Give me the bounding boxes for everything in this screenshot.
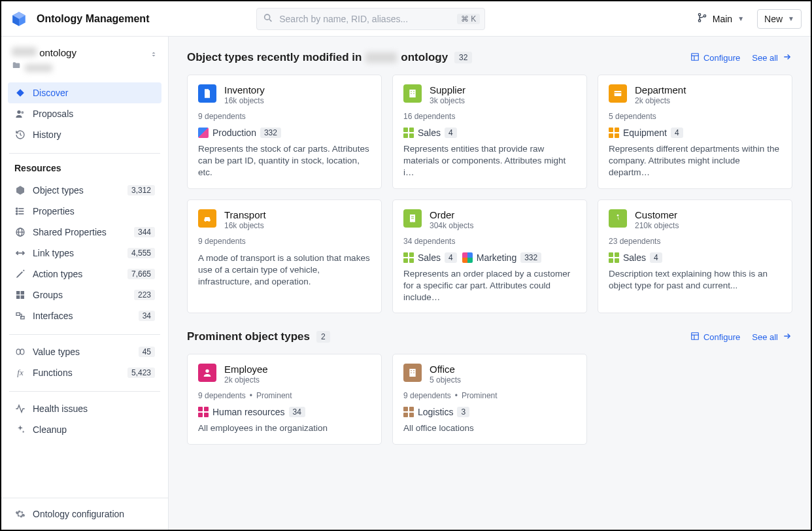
tag-count: 3	[457, 407, 469, 417]
sidebar-item-label: Properties	[33, 206, 155, 216]
tag-row: Sales4Marketing332	[403, 252, 576, 263]
sidebar-item-interfaces[interactable]: Interfaces34	[8, 305, 161, 326]
sidebar-item-count: 34	[139, 311, 155, 321]
tag-count: 4	[650, 252, 662, 263]
card-meta: 23 dependents	[609, 237, 781, 246]
tag[interactable]: Sales4	[609, 252, 662, 263]
kbd-hint: ⌘ K	[457, 14, 480, 24]
svg-rect-47	[411, 370, 411, 371]
chevron-down-icon: ▼	[737, 15, 744, 22]
car-icon	[198, 209, 216, 228]
sidebar-item-label: Functions	[33, 368, 121, 378]
sidebar-item-link-types[interactable]: Link types4,555	[8, 243, 161, 264]
svg-rect-20	[21, 296, 24, 299]
cube-icon	[14, 184, 26, 196]
sidebar-item-label: Health issues	[33, 403, 155, 414]
sidebar-section-resources: Resources	[1, 156, 168, 176]
folder-icon	[12, 61, 21, 72]
card-description: A mode of transport is a solution that m…	[198, 252, 371, 288]
tag[interactable]: Human resources34	[198, 407, 305, 417]
tag[interactable]: Logistics3	[403, 407, 469, 417]
object-card-office[interactable]: Office 5 objects 9 dependents•Prominent …	[392, 354, 587, 444]
object-card-employee[interactable]: Employee 2k objects 9 dependents•Promine…	[187, 354, 382, 444]
tag[interactable]: Sales4	[403, 128, 457, 138]
app-title: Ontology Management	[37, 13, 149, 25]
sidebar-item-label: Cleanup	[33, 424, 155, 435]
sidebar-item-count: 3,312	[127, 185, 155, 196]
history-icon	[14, 129, 26, 141]
svg-rect-33	[413, 93, 414, 94]
svg-point-2	[698, 14, 700, 16]
topbar-right: Main ▼ New ▼	[690, 9, 802, 29]
svg-point-5	[17, 111, 20, 114]
tag-label: Sales	[623, 252, 646, 263]
tag[interactable]: Marketing332	[462, 252, 542, 263]
card-description: Represents an order placed by a customer…	[403, 268, 576, 304]
search-icon	[263, 12, 273, 25]
see-all-link-prominent[interactable]: See all	[752, 332, 792, 343]
tag-label: Human resources	[212, 407, 285, 417]
sidebar-bottom-label: Ontology configuration	[33, 509, 155, 519]
sidebar-item-functions[interactable]: fx Functions5,423	[8, 362, 161, 383]
sidebar-item-object-types[interactable]: Object types3,312	[8, 180, 161, 201]
tag-count: 332	[520, 252, 541, 263]
sidebar-item-count: 4,555	[127, 248, 155, 258]
sidebar-item-proposals[interactable]: Proposals	[8, 103, 161, 124]
see-all-link-recent[interactable]: See all	[752, 52, 792, 63]
sidebar-item-discover[interactable]: Discover	[8, 82, 161, 103]
tag-label: Sales	[418, 128, 441, 138]
card-title: Customer	[635, 209, 679, 220]
tag-row: Sales4	[609, 252, 781, 263]
sidebar-item-value-types[interactable]: Value types45	[8, 341, 161, 362]
card-title: Transport	[224, 209, 266, 220]
tag[interactable]: Sales4	[403, 252, 457, 263]
arrows-icon	[14, 247, 26, 259]
sidebar-item-shared-properties[interactable]: Shared Properties344	[8, 222, 161, 243]
configure-link-recent[interactable]: Configure	[690, 52, 740, 63]
sidebar-item-label: History	[33, 129, 155, 140]
svg-rect-30	[411, 91, 411, 92]
sidebar-item-label: Interfaces	[33, 311, 132, 321]
object-card-order[interactable]: Order 304k objects 34 dependents Sales4M…	[392, 199, 587, 314]
sidebar-item-cleanup[interactable]: Cleanup	[8, 419, 161, 440]
sidebar-item-action-types[interactable]: Action types7,665	[8, 264, 161, 284]
search-wrap: ⌘ K	[256, 8, 485, 30]
tag[interactable]: Equipment4	[609, 128, 683, 138]
svg-rect-19	[16, 296, 20, 299]
tag-icon	[403, 407, 414, 417]
sidebar-ontology-selector[interactable]: ontology	[1, 37, 168, 78]
new-button[interactable]: New ▼	[757, 9, 802, 29]
svg-point-11	[16, 211, 18, 212]
object-card-supplier[interactable]: Supplier 3k objects 16 dependents Sales4…	[392, 75, 587, 189]
document-icon	[198, 84, 216, 103]
new-button-label: New	[764, 14, 783, 24]
tag-count: 4	[445, 128, 457, 138]
sidebar-item-groups[interactable]: Groups223	[8, 284, 161, 305]
branch-selector[interactable]: Main ▼	[690, 9, 751, 29]
office-icon	[403, 364, 422, 382]
sidebar-item-ontology-configuration[interactable]: Ontology configuration	[8, 504, 161, 524]
sidebar-item-health-issues[interactable]: Health issues	[8, 398, 161, 419]
sidebar-item-label: Action types	[33, 269, 121, 279]
tag-count: 332	[260, 128, 281, 138]
diamond-icon	[14, 87, 26, 99]
tag[interactable]: Production332	[198, 128, 281, 138]
card-subtitle: 210k objects	[635, 221, 679, 230]
sidebar-item-properties[interactable]: Properties	[8, 201, 161, 222]
sort-icon[interactable]	[150, 50, 158, 61]
topbar: Ontology Management ⌘ K Main ▼ New ▼	[1, 1, 811, 37]
object-card-inventory[interactable]: Inventory 16k objects 9 dependents Produ…	[187, 75, 382, 189]
object-card-department[interactable]: Department 2k objects 5 dependents Equip…	[598, 75, 792, 189]
sidebar: ontology Discover Proposals History Reso…	[1, 37, 169, 530]
object-card-customer[interactable]: Customer 210k objects 23 dependents Sale…	[598, 199, 792, 314]
object-card-transport[interactable]: Transport 16k objects 9 dependents A mod…	[187, 199, 382, 314]
sidebar-item-history[interactable]: History	[8, 124, 161, 145]
configure-link-prominent[interactable]: Configure	[690, 332, 740, 343]
svg-rect-50	[413, 373, 414, 373]
card-description: All office locations	[403, 422, 576, 434]
redacted-name	[365, 52, 397, 63]
svg-rect-31	[413, 91, 414, 92]
search-input[interactable]	[256, 8, 485, 30]
card-title: Supplier	[430, 84, 465, 95]
pencil-icon	[14, 268, 26, 280]
